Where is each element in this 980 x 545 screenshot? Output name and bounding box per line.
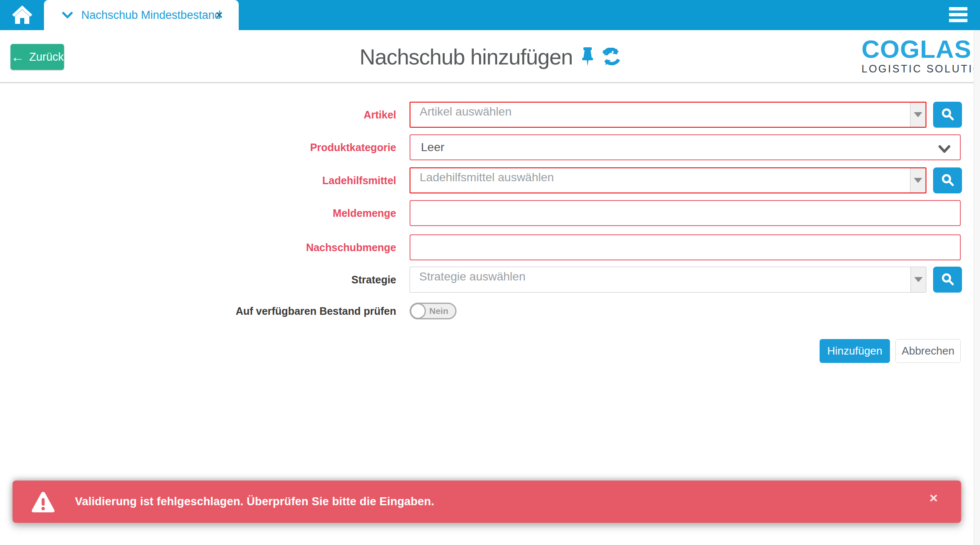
hamburger-bar [949,19,967,22]
field-control-ladehilfsmittel [410,167,926,193]
field-label-produktkategorie: Produktkategorie [0,134,396,160]
strategie-input[interactable] [410,267,910,292]
field-control-meldemenge [410,200,961,226]
ladehilfsmittel-combobox[interactable] [410,167,926,193]
magnifier-icon [941,173,954,188]
hamburger-bar [949,13,967,16]
refresh-icon[interactable] [602,48,621,66]
field-label-ladehilfsmittel: Ladehilfsmittel [0,167,396,193]
cancel-button[interactable]: Abbrechen [895,339,961,363]
page-header: Nachschub hinzufügen ← Zurück COGLAS LOG… [0,30,980,83]
field-control-produktkategorie: Leer [410,134,961,160]
ladehilfsmittel-dropdown-button[interactable] [910,168,926,193]
field-label-nachschubmenge: Nachschubmenge [0,234,396,260]
artikel-input[interactable] [410,103,910,127]
logo-wordmark: COGLAS [861,37,962,62]
back-button-label: Zurück [29,51,64,64]
tab-label: Nachschub Mindestbestand [81,9,221,22]
warning-triangle-icon [31,491,55,512]
strategie-dropdown-button[interactable] [910,267,926,292]
tab-nachschub-mindestbestand[interactable]: Nachschub Mindestbestand × [44,0,239,30]
field-label-bestand-pruefen: Auf verfügbaren Bestand prüfen [0,298,396,324]
pushpin-icon[interactable] [581,47,594,67]
page-title: Nachschub hinzufügen [359,44,573,69]
title-area: Nachschub hinzufügen [0,30,980,83]
hamburger-menu-icon[interactable] [949,7,967,22]
field-label-meldemenge: Meldemenge [0,200,396,226]
validation-error-message: Validierung ist fehlgeschlagen. Überprüf… [75,495,434,508]
triangle-down-icon [914,112,922,117]
home-button[interactable] [8,5,36,26]
field-control-artikel [410,102,926,128]
triangle-down-icon [914,178,922,183]
form-row-strategie: Strategie [0,267,980,293]
nachschubmenge-input[interactable] [410,234,961,260]
magnifier-icon [941,272,954,287]
chevron-down-icon [938,143,951,157]
top-navigation-bar: Nachschub Mindestbestand × [0,0,980,30]
form-row-produktkategorie: Produktkategorie Leer [0,134,980,160]
produktkategorie-value: Leer [421,141,444,154]
strategie-combobox[interactable] [410,267,926,293]
ladehilfsmittel-input[interactable] [410,168,910,193]
arrow-left-icon: ← [11,50,24,64]
field-control-strategie [410,267,926,293]
artikel-dropdown-button[interactable] [910,103,926,127]
alert-close-icon[interactable]: × [929,491,938,505]
produktkategorie-select[interactable]: Leer [410,134,961,160]
field-label-artikel: Artikel [0,102,396,128]
validation-error-banner: Validierung ist fehlgeschlagen. Überprüf… [13,481,961,523]
triangle-down-icon [914,277,923,282]
chevron-down-icon[interactable] [62,11,73,19]
toggle-state-label: Nein [429,306,449,316]
field-control-nachschubmenge [410,234,961,260]
field-control-bestand-pruefen: Nein [410,298,456,324]
submit-button[interactable]: Hinzufügen [820,339,890,363]
toggle-knob[interactable] [410,303,426,319]
home-icon [11,5,33,26]
ladehilfsmittel-search-button[interactable] [933,167,962,193]
field-label-strategie: Strategie [0,267,396,293]
form-row-bestand-pruefen: Auf verfügbaren Bestand prüfen Nein [0,298,980,324]
bestand-pruefen-toggle[interactable]: Nein [410,303,456,319]
logo-tagline: LOGISTIC SOLUTION [861,63,962,75]
artikel-combobox[interactable] [410,102,926,128]
vertical-scrollbar[interactable] [974,30,980,545]
artikel-search-button[interactable] [933,102,962,128]
form-row-nachschubmenge: Nachschubmenge [0,234,980,260]
form-row-meldemenge: Meldemenge [0,200,980,226]
coglas-logo: COGLAS LOGISTIC SOLUTION [861,37,962,75]
form-row-artikel: Artikel [0,102,980,128]
strategie-search-button[interactable] [933,267,962,293]
meldemenge-input[interactable] [410,200,961,226]
back-button[interactable]: ← Zurück [10,44,64,70]
form-actions: Hinzufügen Abbrechen [820,339,961,363]
hamburger-bar [949,7,967,10]
magnifier-icon [941,108,954,122]
form-row-ladehilfsmittel: Ladehilfsmittel [0,167,980,193]
tab-close-icon[interactable]: × [216,9,222,21]
